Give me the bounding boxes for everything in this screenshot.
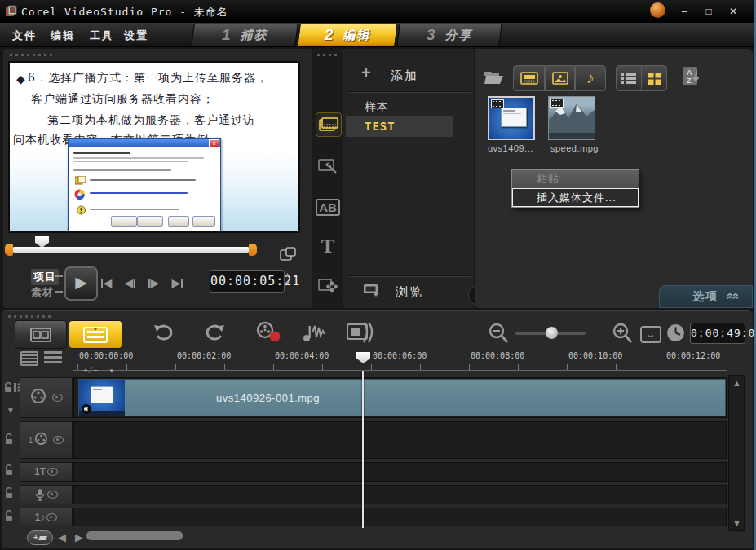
nav-graphic-icon[interactable] (316, 274, 340, 297)
chapter-point-controls[interactable]: +⁄− ▾ (83, 366, 114, 375)
nav-transition-icon[interactable] (316, 155, 340, 178)
open-folder-icon[interactable] (484, 68, 505, 85)
scroll-up-icon[interactable]: ▲ (732, 378, 741, 388)
tab-share[interactable]: 3 分享 (396, 24, 502, 46)
context-menu-insert-media[interactable]: 插入媒体文件... (512, 188, 639, 207)
xp-back-button (111, 216, 137, 227)
title-track-lane[interactable] (73, 462, 727, 482)
media-thumb-speed[interactable] (548, 96, 595, 140)
media-thumb-uvs1409[interactable] (488, 96, 535, 140)
timeline-ruler[interactable]: 00:00:00:00 00:00:02:00 00:00:04:00 00:0… (73, 350, 727, 371)
menu-tools[interactable]: 工具 (90, 29, 114, 43)
xp-option2-icon (74, 189, 85, 200)
library-nav-rail: AB T FX (312, 49, 343, 308)
prev-frame-button[interactable]: ◀ (119, 274, 141, 292)
sound-mixer-icon[interactable] (300, 321, 331, 344)
trim-end-handle[interactable] (249, 244, 257, 256)
help-ball-icon[interactable] (650, 2, 665, 18)
collapse-tracks-icon[interactable]: ▼ (7, 406, 15, 415)
auto-music-icon[interactable] (346, 321, 375, 344)
timeline-clip-uvs140926[interactable]: uvs140926-001.mpg (78, 379, 726, 416)
filter-audio-button[interactable]: ♪ (575, 65, 606, 91)
maximize-button[interactable]: □ (698, 4, 719, 19)
scroll-down-icon[interactable]: ▼ (732, 518, 741, 528)
voice-track-lane[interactable] (73, 485, 727, 504)
browse-label[interactable]: 浏览 (396, 284, 423, 300)
scroll-left-icon[interactable]: ◀ (58, 531, 66, 543)
preview-timecode[interactable]: 00:00:05:21 (210, 270, 285, 293)
lock-track-icon[interactable] (4, 510, 14, 521)
menu-settings[interactable]: 设置 (124, 29, 148, 43)
menu-edit[interactable]: 编辑 (51, 29, 75, 43)
tab-capture[interactable]: 1 捕获 (191, 24, 298, 46)
slide-text-line2: 客户端通过访问服务器收看内容； (31, 92, 214, 107)
voice-track-header[interactable] (20, 485, 73, 504)
add-track-button[interactable]: + (27, 530, 53, 545)
filter-video-button[interactable] (513, 65, 545, 91)
slide-bullet: ◆ (16, 73, 26, 86)
record-capture-icon[interactable] (254, 321, 282, 344)
trim-start-handle[interactable] (5, 244, 13, 256)
lock-track-icon[interactable] (4, 487, 14, 499)
add-gallery-label[interactable]: 添加 (391, 68, 418, 84)
music-track-header[interactable]: 1♪ (20, 508, 73, 526)
menu-file[interactable]: 文件 (12, 29, 37, 43)
track-manager-icon[interactable] (20, 351, 38, 366)
timecode-spinner[interactable]: ▲▼ (285, 271, 290, 286)
horizontal-scrollbar-thumb[interactable] (86, 531, 183, 540)
list-view-button[interactable] (616, 65, 642, 91)
nav-title-icon[interactable]: T (316, 235, 340, 257)
xp-next-button (137, 216, 163, 227)
scrub-bar[interactable] (12, 247, 250, 253)
lock-track-icon[interactable] (4, 464, 14, 476)
video-track-header[interactable] (20, 377, 73, 418)
timeline-view-button[interactable] (69, 320, 122, 349)
duration-clock-icon[interactable] (666, 323, 685, 342)
undo-icon[interactable] (153, 323, 175, 342)
timeline-timecode[interactable]: 0:00:49:04 (690, 323, 745, 344)
music-track-lane[interactable] (73, 508, 727, 526)
panel-grip[interactable] (317, 54, 340, 56)
redo-icon[interactable] (204, 323, 225, 342)
overlay-track-lane[interactable] (73, 421, 727, 459)
tab-edit[interactable]: 2 编辑 (297, 24, 397, 46)
slide-text-line1: 6．选择广播方式：第一项为上传至服务器， (28, 71, 268, 86)
lock-track-icon[interactable] (4, 433, 14, 445)
zoom-in-icon[interactable] (612, 323, 633, 344)
zoom-out-icon[interactable] (488, 323, 509, 344)
scroll-right-icon[interactable]: ▶ (75, 531, 83, 543)
filter-photo-button[interactable] (545, 65, 575, 91)
panel-grip[interactable] (8, 315, 54, 318)
mode-project-label[interactable]: 项目 (31, 269, 59, 285)
vertical-scrollbar[interactable]: ▲ ▼ (728, 375, 745, 531)
close-button[interactable]: ✕ (723, 4, 744, 19)
xp-option1-icon (75, 176, 86, 185)
gallery-folder-test[interactable]: TEST (346, 116, 453, 137)
track-list-icon[interactable] (44, 351, 62, 366)
titlebar: Corel VideoStudio Pro - 未命名 – □ ✕ (0, 0, 754, 23)
video-badge-icon (550, 99, 564, 108)
fit-timeline-icon[interactable]: ↔ (640, 326, 661, 343)
ruler-label: 00:00:10:00 (568, 351, 622, 360)
go-start-button[interactable]: ◀ (95, 274, 117, 292)
sort-button[interactable]: AZ (681, 65, 704, 90)
title-track-header[interactable]: 1T (20, 462, 73, 482)
mode-clip-label[interactable]: 素材 (31, 285, 54, 300)
storyboard-view-button[interactable] (15, 320, 67, 349)
go-end-button[interactable]: ▶ (166, 274, 188, 292)
panel-grip[interactable] (10, 54, 54, 56)
play-button[interactable]: ▶ (64, 266, 98, 301)
media-thumb-label: speed.mpg (550, 143, 599, 153)
nav-media-icon[interactable] (316, 112, 342, 137)
enlarge-preview-icon[interactable] (280, 247, 296, 262)
ruler-label: 00:00:02:00 (177, 351, 231, 360)
grid-view-button[interactable] (641, 65, 667, 91)
ruler-label: 00:00:00:00 (79, 351, 133, 360)
overlay-track-header[interactable]: 1 (20, 421, 73, 459)
options-button[interactable]: 选项 «« (659, 285, 753, 308)
playhead-line[interactable] (362, 371, 364, 528)
minimize-button[interactable]: – (674, 4, 695, 19)
zoom-slider-handle[interactable] (546, 327, 558, 339)
nav-transition-ab-icon[interactable]: AB (316, 196, 340, 218)
next-frame-button[interactable]: ▶ (143, 274, 165, 292)
